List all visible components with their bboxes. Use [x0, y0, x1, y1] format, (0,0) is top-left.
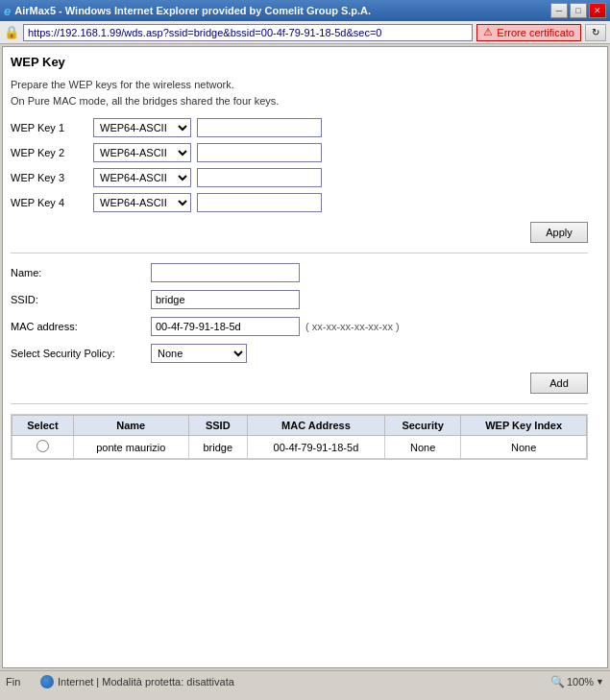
wep-desc: Prepare the WEP keys for the wireless ne…	[11, 77, 588, 109]
lock-icon: 🔒	[4, 25, 19, 39]
mac-row: MAC address: ( xx-xx-xx-xx-xx-xx )	[11, 317, 588, 336]
zoom-level: 100%	[567, 676, 594, 688]
security-row: Select Security Policy: None WEP WPA WPA…	[11, 344, 588, 363]
col-select: Select	[12, 416, 74, 436]
wep-key-3-format[interactable]: WEP64-ASCII WEP128-ASCII WEP64-HEX WEP12…	[93, 168, 191, 187]
row-radio[interactable]	[37, 440, 49, 452]
name-input[interactable]	[151, 263, 300, 282]
name-row: Name:	[11, 263, 588, 282]
wep-key-4-row: WEP Key 4 WEP64-ASCII WEP128-ASCII WEP64…	[11, 193, 588, 212]
wep-desc-line2: On Pure MAC mode, all the bridges shared…	[11, 95, 279, 107]
name-label: Name:	[11, 267, 145, 278]
content-inner: WEP Key Prepare the WEP keys for the wir…	[3, 47, 607, 468]
refresh-button[interactable]: ↻	[585, 24, 606, 41]
wep-section-title: WEP Key	[11, 55, 588, 71]
apply-container: Apply	[11, 222, 588, 243]
wep-key-3-row: WEP Key 3 WEP64-ASCII WEP128-ASCII WEP64…	[11, 168, 588, 187]
bridges-table: Select Name SSID MAC Address Security WE…	[12, 415, 587, 459]
wep-key-4-format[interactable]: WEP64-ASCII WEP128-ASCII WEP64-HEX WEP12…	[93, 193, 191, 212]
bridges-table-container: Select Name SSID MAC Address Security WE…	[11, 414, 588, 460]
cell-select	[12, 436, 74, 459]
ssid-label: SSID:	[11, 294, 145, 305]
col-mac: MAC Address	[247, 416, 384, 436]
title-bar: e AirMax5 - Windows Internet Explorer pr…	[0, 0, 610, 21]
ie-icon: e	[4, 4, 11, 18]
cell-ssid: bridge	[188, 436, 247, 459]
mac-input[interactable]	[151, 317, 300, 336]
status-internet: Internet | Modalità protetta: disattivat…	[40, 675, 545, 688]
wep-key-2-row: WEP Key 2 WEP64-ASCII WEP128-ASCII WEP64…	[11, 143, 588, 162]
cert-error-badge[interactable]: ⚠ Errore certificato	[476, 24, 581, 41]
cert-error-icon: ⚠	[483, 26, 493, 38]
cert-error-text: Errore certificato	[497, 27, 574, 38]
wep-key-1-format[interactable]: WEP64-ASCII WEP128-ASCII WEP64-HEX WEP12…	[93, 118, 191, 137]
mac-hint: ( xx-xx-xx-xx-xx-xx )	[305, 321, 400, 332]
apply-button[interactable]: Apply	[530, 222, 588, 243]
cell-mac: 00-4f-79-91-18-5d	[247, 436, 384, 459]
maximize-button[interactable]: □	[570, 3, 587, 18]
divider-2	[11, 403, 588, 404]
globe-icon	[40, 675, 54, 688]
window-controls: ─ □ ✕	[550, 3, 606, 18]
wep-desc-line1: Prepare the WEP keys for the wireless ne…	[11, 79, 234, 90]
window-title: AirMax5 - Windows Internet Explorer prov…	[14, 5, 371, 16]
security-select[interactable]: None WEP WPA WPA2	[151, 344, 247, 363]
col-ssid: SSID	[188, 416, 247, 436]
address-bar: 🔒 ⚠ Errore certificato ↻	[0, 21, 610, 44]
status-bar: Fin Internet | Modalità protetta: disatt…	[0, 670, 610, 691]
table-row: ponte maurizio bridge 00-4f-79-91-18-5d …	[12, 436, 587, 459]
zoom-control[interactable]: 🔍 100% ▼	[550, 675, 604, 688]
cell-wep-key-index: None	[461, 436, 587, 459]
wep-key-2-label: WEP Key 2	[11, 147, 87, 158]
wep-key-1-label: WEP Key 1	[11, 122, 87, 133]
title-bar-text: e AirMax5 - Windows Internet Explorer pr…	[4, 4, 371, 18]
table-header-row: Select Name SSID MAC Address Security WE…	[12, 416, 587, 436]
mac-label: MAC address:	[11, 321, 145, 332]
wep-key-3-label: WEP Key 3	[11, 172, 87, 183]
wep-key-1-row: WEP Key 1 WEP64-ASCII WEP128-ASCII WEP64…	[11, 118, 588, 137]
minimize-button[interactable]: ─	[550, 3, 568, 18]
add-container: Add	[11, 373, 588, 394]
main-content: WEP Key Prepare the WEP keys for the wir…	[2, 46, 608, 668]
ssid-input[interactable]	[151, 290, 300, 309]
wep-key-4-input[interactable]	[197, 193, 322, 212]
security-label: Select Security Policy:	[11, 348, 145, 359]
cell-name: ponte maurizio	[73, 436, 188, 459]
add-button[interactable]: Add	[530, 373, 588, 394]
status-left: Fin	[6, 676, 35, 688]
col-wep-key-index: WEP Key Index	[461, 416, 587, 436]
close-button[interactable]: ✕	[589, 3, 606, 18]
status-middle-text: Internet | Modalità protetta: disattivat…	[58, 676, 234, 688]
col-security: Security	[384, 416, 460, 436]
wep-key-3-input[interactable]	[197, 168, 322, 187]
zoom-icon: 🔍	[550, 675, 565, 688]
address-input[interactable]	[23, 24, 473, 41]
wep-key-2-input[interactable]	[197, 143, 322, 162]
col-name: Name	[73, 416, 188, 436]
wep-key-4-label: WEP Key 4	[11, 197, 87, 208]
ssid-row: SSID:	[11, 290, 588, 309]
divider-1	[11, 253, 588, 253]
wep-key-1-input[interactable]	[197, 118, 322, 137]
wep-key-2-format[interactable]: WEP64-ASCII WEP128-ASCII WEP64-HEX WEP12…	[93, 143, 191, 162]
zoom-arrow-icon[interactable]: ▼	[596, 677, 604, 687]
cell-security: None	[384, 436, 460, 459]
